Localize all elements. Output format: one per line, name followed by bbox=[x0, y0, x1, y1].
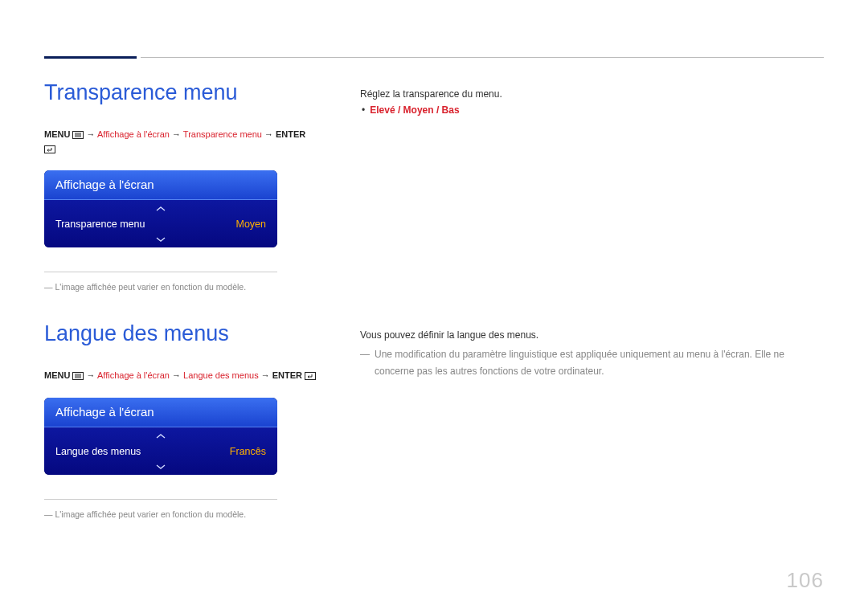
footnote-langue: ―L'image affichée peut varier en fonctio… bbox=[44, 508, 317, 521]
section-transparence-left: Transparence menu MENU → Affichage à l'é… bbox=[44, 80, 317, 294]
dash-icon: ― bbox=[360, 346, 370, 379]
section-langue-right: Vous pouvez définir la langue des menus.… bbox=[360, 327, 824, 379]
osd-panel-langue: Affichage à l'écran Langue des menus Fra… bbox=[44, 398, 277, 475]
osd-row-value: Moyen bbox=[235, 219, 266, 230]
chevron-down-icon[interactable] bbox=[44, 234, 277, 245]
section-title-transparence: Transparence menu bbox=[44, 80, 317, 105]
breadcrumb-transparence: MENU → Affichage à l'écran → Transparenc… bbox=[44, 128, 317, 156]
divider bbox=[44, 499, 277, 500]
chevron-down-icon[interactable] bbox=[44, 461, 277, 472]
enter-label: ENTER bbox=[276, 129, 305, 139]
divider bbox=[44, 272, 277, 272]
menu-icon bbox=[72, 131, 84, 139]
osd-row-value: Francês bbox=[230, 446, 266, 457]
osd-header: Affichage à l'écran bbox=[44, 398, 277, 427]
osd-body: Transparence menu Moyen bbox=[44, 200, 277, 247]
header-thin-rule bbox=[141, 57, 824, 58]
menu-label: MENU bbox=[44, 129, 70, 139]
svg-rect-9 bbox=[305, 373, 316, 380]
section-title-langue: Langue des menus bbox=[44, 321, 317, 346]
menu-icon bbox=[72, 372, 84, 380]
dash-icon: ― bbox=[44, 282, 52, 292]
osd-row-label: Transparence menu bbox=[55, 219, 145, 230]
breadcrumb-path2: Langue des menus bbox=[183, 370, 259, 380]
osd-header: Affichage à l'écran bbox=[44, 170, 277, 200]
header-accent-rule bbox=[44, 56, 137, 59]
osd-row-langue[interactable]: Langue des menus Francês bbox=[44, 442, 277, 461]
osd-row-label: Langue des menus bbox=[55, 446, 141, 457]
osd-body: Langue des menus Francês bbox=[44, 427, 277, 475]
osd-panel-transparence: Affichage à l'écran Transparence menu Mo… bbox=[44, 170, 277, 247]
description-line: Réglez la transparence du menu. bbox=[360, 86, 824, 102]
note-text: Une modification du paramètre linguistiq… bbox=[375, 346, 824, 379]
chevron-up-icon[interactable] bbox=[44, 203, 277, 215]
osd-row-transparence[interactable]: Transparence menu Moyen bbox=[44, 215, 277, 234]
section-langue-left: Langue des menus MENU → Affichage à l'éc… bbox=[44, 321, 317, 521]
footnote-text: L'image affichée peut varier en fonction… bbox=[55, 509, 247, 519]
page-number: 106 bbox=[787, 568, 824, 593]
enter-icon bbox=[305, 372, 316, 380]
footnote-transparence: ―L'image affichée peut varier en fonctio… bbox=[44, 280, 317, 294]
bullet-icon: • bbox=[362, 104, 365, 116]
menu-label: MENU bbox=[44, 370, 70, 380]
enter-icon bbox=[44, 145, 55, 153]
section-transparence-right: Réglez la transparence du menu. •Elevé /… bbox=[360, 86, 824, 119]
breadcrumb-path1: Affichage à l'écran bbox=[97, 370, 170, 380]
enter-label: ENTER bbox=[272, 370, 302, 380]
dash-icon: ― bbox=[44, 509, 52, 519]
breadcrumb-path1: Affichage à l'écran bbox=[97, 129, 170, 139]
options-text: Elevé / Moyen / Bas bbox=[370, 104, 459, 116]
breadcrumb-path2: Transparence menu bbox=[183, 129, 262, 139]
chevron-up-icon[interactable] bbox=[44, 431, 277, 442]
breadcrumb-langue: MENU → Affichage à l'écran → Langue des … bbox=[44, 369, 317, 383]
svg-rect-4 bbox=[45, 145, 55, 153]
description-line: Vous pouvez définir la langue des menus. bbox=[360, 327, 824, 343]
options-bullet: •Elevé / Moyen / Bas bbox=[360, 102, 824, 118]
note-block: ― Une modification du paramètre linguist… bbox=[360, 346, 824, 379]
footnote-text: L'image affichée peut varier en fonction… bbox=[55, 282, 247, 292]
